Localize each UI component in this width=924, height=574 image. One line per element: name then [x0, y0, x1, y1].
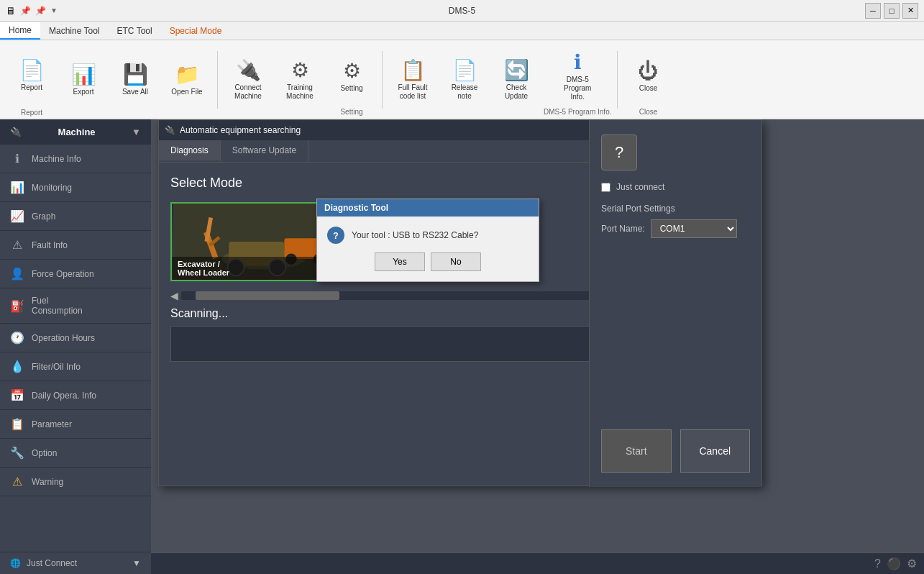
port-name-label: Port Name: — [601, 224, 645, 234]
diagnostic-message-text: Your tool : USB to RS232 Cable? — [352, 230, 478, 240]
export-icon: 📊 — [71, 63, 96, 86]
sidebar-item-filter-oil[interactable]: 💧 Filter/Oil Info — [0, 352, 151, 381]
sidebar-item-parameter[interactable]: 📋 Parameter — [0, 410, 151, 439]
warning-label: Warning — [32, 477, 63, 487]
excavator-card[interactable]: Excavator /Wheel Loader ✓ — [170, 202, 336, 281]
minimize-button[interactable]: ─ — [865, 3, 881, 19]
connect-machine-button[interactable]: 🔌 ConnectMachine — [224, 47, 273, 112]
dms5-info-button[interactable]: ℹ DMS-5 ProgramInfo. — [553, 43, 602, 108]
just-connect-row: Just connect — [601, 182, 750, 192]
report-label: Report — [21, 83, 42, 92]
fault-info-label: Fault Info — [32, 240, 68, 250]
save-all-button[interactable]: 💾 Save All — [111, 47, 160, 112]
scroll-thumb — [196, 291, 339, 300]
yes-button[interactable]: Yes — [375, 252, 425, 271]
just-connect-label: Just Connect — [27, 558, 77, 568]
machine-expand-icon[interactable]: ▼ — [132, 127, 141, 137]
release-note-icon: 📄 — [452, 58, 477, 82]
check-update-button[interactable]: 🔄 CheckUpdate — [492, 47, 541, 112]
help-button[interactable]: ? — [601, 135, 637, 170]
just-connect-label[interactable]: Just connect — [616, 182, 664, 192]
sidebar-item-monitoring[interactable]: 📊 Monitoring — [0, 173, 151, 202]
scroll-left-arrow[interactable]: ◀ — [170, 290, 178, 301]
tab-diagnosis[interactable]: Diagnosis — [159, 140, 221, 162]
toolbar-separator-1 — [217, 51, 218, 109]
sidebar-item-warning[interactable]: ⚠ Warning — [0, 468, 151, 496]
save-all-icon: 💾 — [123, 63, 148, 86]
no-button[interactable]: No — [431, 252, 481, 271]
sidebar-item-operation-hours[interactable]: 🕐 Operation Hours — [0, 324, 151, 352]
tab-software-update[interactable]: Software Update — [221, 140, 308, 162]
question-icon: ? — [327, 227, 344, 244]
diagnostic-tool-title: Diagnostic Tool — [317, 199, 539, 217]
setting-group-label: Setting — [340, 108, 362, 116]
diagnostic-tool-buttons: Yes No — [327, 252, 529, 271]
close-window-button[interactable]: ✕ — [902, 3, 918, 19]
daily-opera-label: Daily Opera. Info — [32, 391, 96, 401]
menu-etc-tool[interactable]: ETC Tool — [109, 23, 161, 39]
toolbar-separator-2 — [382, 51, 383, 109]
sidebar-item-machine-info[interactable]: ℹ Machine Info — [0, 145, 151, 173]
port-name-select[interactable]: COM1 COM2 COM3 COM4 — [651, 219, 737, 238]
dialog-title: Automatic equipment searching — [180, 125, 301, 135]
excavator-card-label: Excavator /Wheel Loader — [172, 257, 334, 280]
check-update-icon: 🔄 — [504, 58, 529, 82]
graph-label: Graph — [32, 211, 55, 222]
just-connect-checkbox[interactable] — [601, 183, 610, 192]
report-button[interactable]: 📄 Report — [7, 42, 56, 107]
operation-hours-icon: 🕐 — [10, 331, 24, 345]
sidebar-item-graph[interactable]: 📈 Graph — [0, 202, 151, 231]
option-icon: 🔧 — [10, 446, 24, 460]
sidebar-item-fuel-consumption[interactable]: ⛽ FuelConsumption — [0, 288, 151, 324]
fuel-label: FuelConsumption — [32, 296, 83, 316]
fault-info-icon: ⚠ — [10, 238, 24, 252]
title-bar-controls: ─ □ ✕ — [865, 3, 918, 19]
diagnostic-tool-dialog: Diagnostic Tool ? Your tool : USB to RS2… — [316, 199, 539, 282]
sidebar-item-force-operation[interactable]: 👤 Force Operation — [0, 260, 151, 288]
training-machine-button[interactable]: ⚙ TrainingMachine — [275, 47, 324, 112]
maximize-button[interactable]: □ — [884, 3, 900, 19]
machine-icon: 🔌 — [10, 127, 22, 137]
status-circle-icon[interactable]: ⚫ — [887, 557, 901, 570]
parameter-label: Parameter — [32, 419, 72, 429]
machine-label: Machine — [58, 127, 96, 137]
graph-icon: 📈 — [10, 209, 24, 223]
status-settings-icon[interactable]: ⚙ — [907, 557, 917, 570]
status-question-icon[interactable]: ? — [874, 557, 881, 570]
main-area: 🔌 Machine ▼ ℹ Machine Info 📊 Monitoring … — [0, 119, 924, 574]
port-name-row: Port Name: COM1 COM2 COM3 COM4 — [601, 219, 750, 238]
menu-special-mode[interactable]: Special Mode — [161, 23, 231, 39]
open-file-button[interactable]: 📁 Open File — [163, 47, 211, 112]
serial-port-section: Serial Port Settings Port Name: COM1 COM… — [601, 204, 750, 238]
force-operation-icon: 👤 — [10, 267, 24, 281]
action-buttons: Start Cancel — [601, 429, 750, 473]
quick-access-pin2[interactable]: 📌 — [35, 6, 46, 16]
menu-home[interactable]: Home — [0, 22, 40, 40]
close-button[interactable]: ⏻ Close — [623, 43, 672, 108]
full-fault-button[interactable]: 📋 Full Faultcode list — [388, 47, 437, 112]
toolbar-separator-3 — [617, 51, 618, 109]
dialog-title-icon: 🔌 — [165, 125, 175, 135]
sidebar-item-fault-info[interactable]: ⚠ Fault Info — [0, 231, 151, 260]
setting-button[interactable]: ⚙ Setting — [327, 43, 376, 108]
status-bar: ? ⚫ ⚙ — [151, 552, 924, 574]
start-button[interactable]: Start — [601, 429, 672, 473]
title-bar-left: 🖥 📌 📌 ▼ — [6, 5, 58, 17]
cancel-button[interactable]: Cancel — [680, 429, 751, 473]
menu-bar: Home Machine Tool ETC Tool Special Mode — [0, 22, 924, 40]
option-label: Option — [32, 448, 57, 458]
fuel-icon: ⛽ — [10, 299, 24, 313]
operation-hours-label: Operation Hours — [32, 333, 95, 343]
export-button[interactable]: 📊 Export — [59, 47, 108, 112]
filter-oil-label: Filter/Oil Info — [32, 362, 81, 372]
sidebar-item-daily-opera[interactable]: 📅 Daily Opera. Info — [0, 381, 151, 410]
release-note-button[interactable]: 📄 Releasenote — [440, 47, 489, 112]
diagnostic-tool-body: ? Your tool : USB to RS232 Cable? Yes No — [317, 217, 539, 281]
quick-access-pin[interactable]: 📌 — [20, 6, 31, 16]
dialog-title-bar-left: 🔌 Automatic equipment searching — [165, 125, 301, 135]
sidebar-just-connect[interactable]: 🌐 Just Connect ▼ — [0, 552, 151, 574]
quick-access-arrow[interactable]: ▼ — [50, 6, 58, 14]
monitoring-icon: 📊 — [10, 181, 24, 194]
menu-machine-tool[interactable]: Machine Tool — [40, 23, 109, 39]
sidebar-item-option[interactable]: 🔧 Option — [0, 439, 151, 468]
